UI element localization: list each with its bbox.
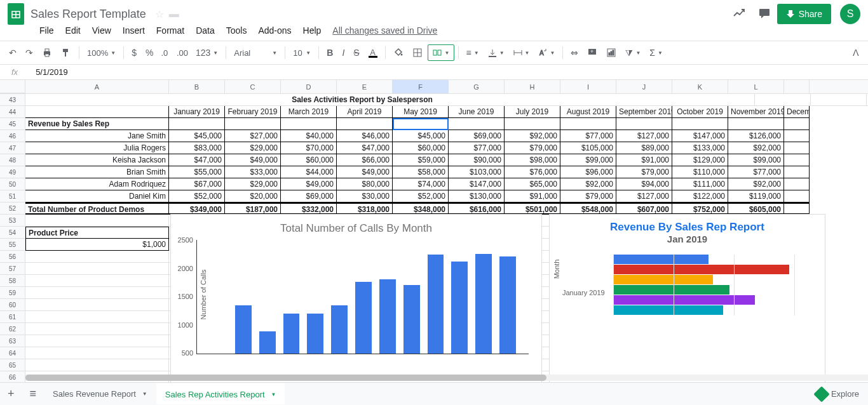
row-num[interactable]: 51 bbox=[0, 190, 25, 202]
cell[interactable]: April 2019 bbox=[337, 106, 393, 118]
row-num[interactable]: 64 bbox=[0, 347, 25, 359]
cell[interactable] bbox=[25, 347, 169, 359]
cell[interactable]: $147,000 bbox=[672, 130, 728, 142]
italic-icon[interactable]: I bbox=[338, 45, 348, 60]
cell[interactable]: $79,000 bbox=[616, 166, 672, 178]
menu-help[interactable]: Help bbox=[303, 25, 322, 36]
row-num[interactable]: 63 bbox=[0, 335, 25, 347]
cell[interactable]: March 2019 bbox=[281, 106, 337, 118]
filter-icon[interactable]: ⧩▼ bbox=[621, 45, 644, 61]
decimal-increase-icon[interactable]: .00 bbox=[174, 48, 191, 58]
cell[interactable]: $33,000 bbox=[225, 166, 281, 178]
borders-icon[interactable] bbox=[409, 45, 426, 60]
print-icon[interactable] bbox=[38, 45, 56, 60]
row-num[interactable]: 47 bbox=[0, 142, 25, 154]
chart-calls-by-month[interactable]: Total Number of Calls By Month Number of… bbox=[170, 214, 542, 392]
row-num[interactable]: 49 bbox=[0, 166, 25, 178]
col-M[interactable] bbox=[784, 80, 810, 93]
cell[interactable]: $147,000 bbox=[449, 178, 505, 190]
cell[interactable]: $130,000 bbox=[449, 190, 505, 202]
cell[interactable]: $501,000 bbox=[505, 202, 560, 215]
cell[interactable]: Daniel Kim bbox=[25, 190, 169, 202]
cell[interactable]: $348,000 bbox=[393, 202, 449, 215]
row-num[interactable]: 45 bbox=[0, 118, 25, 130]
collapse-toolbar-icon[interactable]: ᐱ bbox=[849, 45, 863, 60]
cell[interactable]: $548,000 bbox=[560, 202, 616, 215]
horizontal-scrollbar[interactable] bbox=[25, 375, 868, 381]
cell[interactable] bbox=[784, 142, 810, 154]
cell[interactable]: $318,000 bbox=[337, 202, 393, 215]
row-num[interactable]: 50 bbox=[0, 178, 25, 190]
cell[interactable] bbox=[25, 251, 169, 263]
cell[interactable]: $605,000 bbox=[728, 202, 784, 215]
cell[interactable]: $55,000 bbox=[169, 166, 225, 178]
cell[interactable] bbox=[811, 94, 867, 106]
cell[interactable]: Adam Rodriquez bbox=[25, 178, 169, 190]
cell[interactable] bbox=[169, 118, 225, 130]
v-align-icon[interactable]: ▼ bbox=[484, 46, 508, 60]
cell[interactable] bbox=[672, 118, 728, 130]
menu-addons[interactable]: Add-ons bbox=[258, 25, 291, 36]
folder-icon[interactable]: ▬ bbox=[169, 8, 179, 20]
cell[interactable]: July 2019 bbox=[505, 106, 560, 118]
col-D[interactable]: D bbox=[281, 80, 337, 93]
menu-file[interactable]: File bbox=[39, 25, 54, 36]
cell[interactable]: $332,000 bbox=[281, 202, 337, 215]
font-size-select[interactable]: 10▼ bbox=[289, 47, 315, 59]
cell[interactable]: August 2019 bbox=[560, 106, 616, 118]
cell[interactable]: $89,000 bbox=[616, 142, 672, 154]
row-num[interactable]: 48 bbox=[0, 154, 25, 166]
sheets-app-icon[interactable] bbox=[8, 3, 24, 25]
tab-sales-rep-activities[interactable]: Sales Rep Activities Report▼ bbox=[156, 383, 285, 404]
star-icon[interactable]: ☆ bbox=[155, 8, 164, 20]
cell[interactable] bbox=[505, 118, 560, 130]
cell[interactable]: $69,000 bbox=[281, 190, 337, 202]
cell[interactable] bbox=[784, 154, 810, 166]
cell[interactable]: June 2019 bbox=[449, 106, 505, 118]
cell[interactable]: $127,000 bbox=[616, 130, 672, 142]
row-num[interactable]: 61 bbox=[0, 311, 25, 323]
wrap-icon[interactable]: ▼ bbox=[510, 46, 534, 60]
cell[interactable]: $92,000 bbox=[560, 178, 616, 190]
menu-format[interactable]: Format bbox=[156, 25, 184, 36]
cell[interactable] bbox=[784, 130, 810, 142]
cell[interactable] bbox=[449, 118, 505, 130]
cell[interactable]: November 2019 bbox=[728, 106, 784, 118]
cell[interactable]: $69,000 bbox=[449, 130, 505, 142]
cell[interactable]: $99,000 bbox=[560, 154, 616, 166]
cell[interactable]: Brian Smith bbox=[25, 166, 169, 178]
cell[interactable]: $45,000 bbox=[393, 130, 449, 142]
cell[interactable]: Decem bbox=[784, 106, 810, 118]
cell[interactable]: $44,000 bbox=[281, 166, 337, 178]
section-title[interactable]: Sales Activities Report by Salesperson bbox=[25, 94, 699, 106]
cell[interactable]: $92,000 bbox=[728, 178, 784, 190]
insert-comment-icon[interactable]: + bbox=[583, 45, 601, 60]
row-num[interactable]: 65 bbox=[0, 359, 25, 371]
col-J[interactable]: J bbox=[616, 80, 672, 93]
col-C[interactable]: C bbox=[225, 80, 281, 93]
row-num[interactable]: 55 bbox=[0, 239, 25, 251]
cell[interactable]: $616,000 bbox=[449, 202, 505, 215]
cell[interactable] bbox=[25, 323, 169, 335]
cell[interactable]: $59,000 bbox=[393, 154, 449, 166]
cell[interactable]: $29,000 bbox=[225, 142, 281, 154]
cell[interactable]: $60,000 bbox=[281, 154, 337, 166]
col-L[interactable]: L bbox=[728, 80, 784, 93]
cell[interactable]: Product Price bbox=[25, 227, 169, 239]
cell[interactable]: Keisha Jackson bbox=[25, 154, 169, 166]
comment-icon[interactable] bbox=[758, 7, 771, 22]
cell[interactable]: $187,000 bbox=[225, 202, 281, 215]
cell[interactable]: $92,000 bbox=[728, 142, 784, 154]
cell[interactable] bbox=[25, 263, 169, 275]
chart-revenue-by-rep[interactable]: Revenue By Sales Rep Report Jan 2019 Mon… bbox=[549, 214, 825, 392]
add-sheet-icon[interactable]: + bbox=[0, 387, 22, 401]
menu-view[interactable]: View bbox=[92, 25, 111, 36]
cell[interactable] bbox=[784, 178, 810, 190]
cell[interactable]: $52,000 bbox=[393, 190, 449, 202]
undo-icon[interactable]: ↶ bbox=[5, 45, 20, 60]
row-num[interactable]: 60 bbox=[0, 299, 25, 311]
cell[interactable]: $45,000 bbox=[169, 130, 225, 142]
cell[interactable]: $122,000 bbox=[672, 190, 728, 202]
save-status[interactable]: All changes saved in Drive bbox=[332, 25, 437, 36]
row-num[interactable]: 54 bbox=[0, 227, 25, 239]
